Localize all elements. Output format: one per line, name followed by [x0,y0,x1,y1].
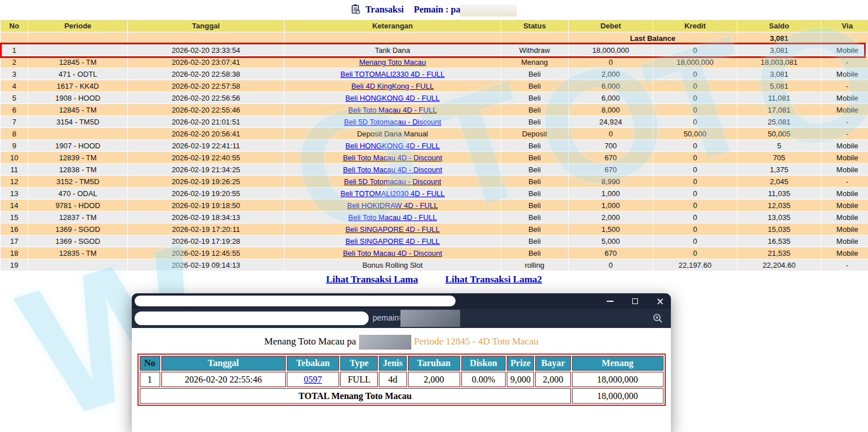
keterangan-link[interactable]: Beli HONGKONG 4D - FULL [345,142,440,150]
cell-via: Mobile [821,164,868,175]
cell-keterangan: Beli 5D Totomacau - Discount [285,116,500,127]
cell-kredit: 0 [653,80,737,92]
cell-periode: 1908 - HOOD [28,92,127,103]
cell-via: - [821,259,868,271]
cell-via: Mobile [821,68,868,80]
keterangan-link[interactable]: Beli SINGAPORE 4D - FULL [345,225,440,234]
cell-periode: 470 - ODAL [28,188,127,199]
column-header-debet: Debet [569,20,653,32]
cell-status: Beli [501,68,568,80]
cell-via: Mobile [821,247,868,259]
cell-kredit: 0 [653,152,737,163]
tebakan-link[interactable]: 0597 [304,375,322,384]
cell-no: 9 [1,140,28,151]
cell-tanggal: 2026-02-20 23:07:41 [128,56,284,68]
cell-periode: 12838 - TM [28,164,127,175]
keterangan-link[interactable]: Beli SINGAPORE 4D - FULL [345,237,440,246]
cell-status: Beli [501,152,568,163]
cell-periode: 12839 - TM [28,152,127,163]
popup-addressbar[interactable]: pemain=pa [132,309,671,328]
keterangan-link[interactable]: Beli Toto Macau 4D - Discount [343,249,443,257]
table-row: 1512837 - TM2026-02-19 18:34:13Beli Toto… [1,211,868,223]
popup-content: Menang Toto Macau paPeriode 12845 - 4D T… [132,328,671,432]
cell-keterangan: Beli Toto Macau 4D - Discount [285,152,500,163]
detail-column-tanggal: Tanggal [161,356,286,371]
keterangan-link[interactable]: Beli TOTOMALI2030 4D - FULL [340,189,445,198]
table-row: 149781 - HDOD2026-02-19 19:18:50Beli HOK… [1,200,868,211]
cell-via: - [821,116,868,127]
detail-total-label: TOTAL Menang Toto Macau [140,388,571,404]
cell-saldo: 13,035 [737,211,821,223]
detail-column-jenis: Jenis [379,356,406,371]
cell-saldo: 5 [737,140,821,151]
keterangan-link[interactable]: Menang Toto Macau [359,58,426,67]
cell-status: Beli [501,164,568,175]
cell-keterangan: Bonus Rolling Slot [285,259,500,271]
keterangan-link[interactable]: Beli Toto Macau 4D - FULL [348,106,437,114]
cell-keterangan: Menang Toto Macau [285,56,500,68]
cell-status: Beli [501,176,568,187]
cell-periode [28,44,127,56]
cell-debet: 2,000 [569,211,653,223]
cell-status: Withdraw [501,44,568,56]
keterangan-link[interactable]: Beli 4D KingKong - FULL [351,82,433,90]
footer-link-2[interactable]: Lihat Transaksi Lama2 [445,274,542,285]
last-balance-value: 3,081 [737,32,821,44]
close-button[interactable]: × [656,297,664,305]
cell-status: Beli [501,80,568,92]
table-row: 73154 - TM5D2026-02-20 21:01:51Beli 5D T… [1,116,868,127]
popup-titlebar[interactable]: × [132,293,671,309]
table-row: 212845 - TM2026-02-20 23:07:41Menang Tot… [1,56,868,68]
cell-keterangan: Beli TOTOMALI2330 4D - FULL [285,68,500,80]
table-row: 161369 - SGOD2026-02-19 17:20:11Beli SIN… [1,223,868,235]
cell-via: Mobile [821,92,868,103]
cell-saldo: 3,081 [737,44,821,56]
table-row: 91907 - HOOD2026-02-19 22:41:11Beli HONG… [1,140,868,151]
cell-kredit: 0 [653,116,737,127]
cell-status: Beli [501,211,568,223]
detail-column-no: No [140,356,160,371]
keterangan-link[interactable]: Beli Toto Macau 4D - Discount [343,153,443,162]
cell-saldo: 2,045 [737,176,821,187]
keterangan-link[interactable]: Beli HONGKONG 4D - FULL [345,94,440,102]
cell-tanggal: 2026-02-19 22:40:55 [128,152,284,163]
cell-status: Beli [501,223,568,235]
cell-via: Mobile [821,200,868,211]
detail-cell-bayar: 2,000 [535,372,570,387]
column-header-status: Status [501,20,568,32]
cell-no: 8 [1,128,28,139]
cell-keterangan: Beli 4D KingKong - FULL [285,80,500,92]
minimize-icon [607,301,614,302]
detail-cell-diskon: 0.00% [461,372,506,387]
popup-title-periode: Periode 12845 - 4D Toto Macau [414,336,539,347]
cell-debet: 5,000 [569,235,653,247]
keterangan-link[interactable]: Beli 5D Totomacau - Discount [344,118,441,126]
cell-status: Beli [501,140,568,151]
cell-no: 1 [1,44,28,56]
keterangan-link[interactable]: Beli TOTOMALI2330 4D - FULL [340,70,445,78]
cell-via: Mobile [821,211,868,223]
cell-status: Beli [501,104,568,115]
keterangan-link[interactable]: Beli Toto Macau 4D - FULL [348,213,437,222]
detail-cell-type: FULL [340,372,378,387]
detail-cell-menang: 18,000,000 [572,372,663,387]
keterangan-link[interactable]: Beli Toto Macau 4D - Discount [343,165,443,174]
maximize-button[interactable] [631,297,639,305]
keterangan-link[interactable]: Beli 5D Totomacau - Discount [344,177,441,186]
zoom-icon[interactable] [653,313,663,326]
cell-via: - [821,80,868,92]
footer-link-1[interactable]: Lihat Transaksi Lama [326,274,418,285]
cell-tanggal: 2026-02-20 20:56:41 [128,128,284,139]
minimize-button[interactable] [606,297,614,305]
table-row: 171369 - SGOD2026-02-19 17:19:28Beli SIN… [1,235,868,247]
column-header-periode: Periode [28,20,127,32]
cell-debet: 670 [569,164,653,175]
cell-keterangan: Beli Toto Macau 4D - FULL [285,211,500,223]
detail-column-type: Type [340,356,378,371]
cell-debet: 1,000 [569,188,653,199]
redacted-url [135,311,369,325]
cell-no: 15 [1,211,28,223]
cell-via: Mobile [821,223,868,235]
keterangan-link[interactable]: Beli HOKIDRAW 4D - FULL [347,201,438,210]
column-header-tanggal: Tanggal [128,20,284,32]
